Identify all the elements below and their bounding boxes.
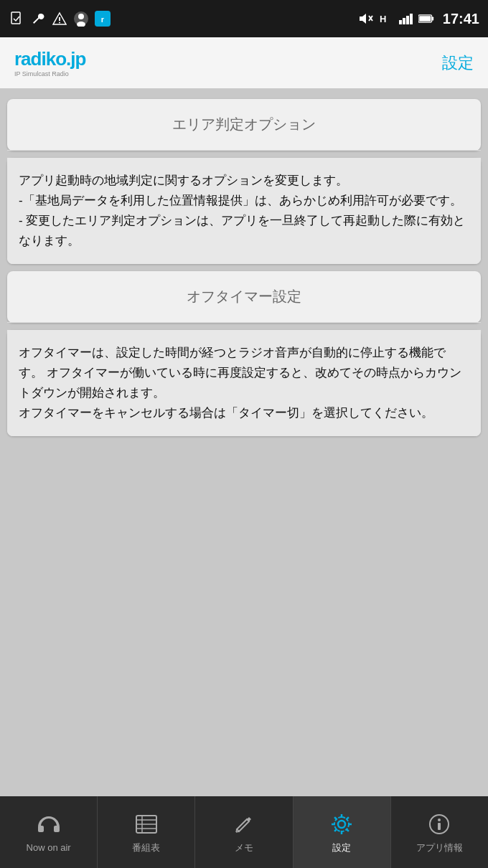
info-icon — [426, 811, 453, 838]
svg-text:H: H — [380, 14, 386, 24]
page-title: 設定 — [442, 52, 474, 74]
off-timer-body-card: オフタイマーは、設定した時間が経つとラジオ音声が自動的に停止する機能です。 オフ… — [7, 330, 481, 436]
logo-container: radiko.jp IP Simulcast Radio — [14, 48, 85, 77]
h-signal-icon: H — [378, 11, 394, 27]
area-option-header[interactable]: エリア判定オプション — [7, 99, 481, 151]
nav-app-info[interactable]: アプリ情報 — [391, 796, 488, 868]
list-icon — [133, 811, 160, 838]
svg-point-38 — [438, 819, 441, 821]
app-header: radiko.jp IP Simulcast Radio 設定 — [0, 37, 488, 89]
wrench-icon — [30, 11, 46, 27]
svg-point-3 — [59, 22, 60, 24]
bottom-nav: Now on air 番組表 メモ — [0, 796, 488, 868]
svg-marker-9 — [360, 14, 366, 24]
nav-program-guide[interactable]: 番組表 — [98, 796, 195, 868]
status-bar-left: r — [9, 11, 111, 27]
nav-program-guide-label: 番組表 — [132, 841, 160, 854]
off-timer-card: オフタイマー設定 — [7, 271, 481, 323]
svg-rect-18 — [431, 16, 433, 20]
area-option-description: アプリ起動時の地域判定に関するオプションを変更します。-「基地局データを利用した… — [19, 174, 465, 247]
pencil-icon — [230, 811, 258, 838]
signal-bars-icon — [398, 11, 414, 27]
nav-settings[interactable]: 設定 — [294, 796, 391, 868]
area-option-body-card: アプリ起動時の地域判定に関するオプションを変更します。-「基地局データを利用した… — [7, 158, 481, 264]
off-timer-header[interactable]: オフタイマー設定 — [7, 271, 481, 323]
nav-settings-label: 設定 — [332, 841, 351, 854]
svg-rect-39 — [438, 823, 441, 830]
nav-now-on-air-label: Now on air — [27, 842, 71, 853]
nav-memo-label: メモ — [235, 841, 253, 854]
svg-line-26 — [236, 831, 239, 832]
status-time: 17:41 — [443, 11, 479, 27]
svg-rect-13 — [399, 20, 402, 24]
svg-text:r: r — [101, 15, 105, 24]
svg-rect-19 — [419, 16, 431, 22]
off-timer-description: オフタイマーは、設定した時間が経つとラジオ音声が自動的に停止する機能です。 オフ… — [19, 346, 461, 420]
svg-rect-16 — [410, 14, 413, 24]
svg-point-5 — [78, 14, 84, 19]
headphone-icon — [35, 811, 62, 839]
status-bar-right: H 17:41 — [358, 11, 479, 27]
svg-rect-14 — [403, 18, 405, 24]
off-timer-body: オフタイマーは、設定した時間が経つとラジオ音声が自動的に停止する機能です。 オフ… — [7, 330, 481, 436]
nav-now-on-air[interactable]: Now on air — [0, 796, 98, 868]
nav-app-info-label: アプリ情報 — [416, 841, 463, 854]
svg-point-27 — [338, 821, 345, 828]
settings-icon — [328, 811, 355, 838]
off-timer-title: オフタイマー設定 — [187, 288, 301, 304]
nav-memo[interactable]: メモ — [195, 796, 293, 868]
area-option-card: エリア判定オプション — [7, 99, 481, 151]
battery-icon — [418, 11, 434, 27]
main-content: エリア判定オプション アプリ起動時の地域判定に関するオプションを変更します。-「… — [0, 89, 488, 796]
radiko-icon: r — [95, 11, 111, 27]
svg-rect-15 — [406, 16, 409, 24]
file-check-icon — [9, 11, 24, 27]
status-bar: r H 17:41 — [0, 0, 488, 37]
mute-icon — [358, 11, 374, 27]
logo-text: radiko.jp — [14, 48, 85, 70]
logo-subtitle: IP Simulcast Radio — [14, 70, 85, 77]
warning-icon — [52, 11, 67, 27]
area-option-body: アプリ起動時の地域判定に関するオプションを変更します。-「基地局データを利用した… — [7, 158, 481, 264]
area-option-title: エリア判定オプション — [172, 116, 316, 132]
avatar-icon — [73, 11, 89, 27]
